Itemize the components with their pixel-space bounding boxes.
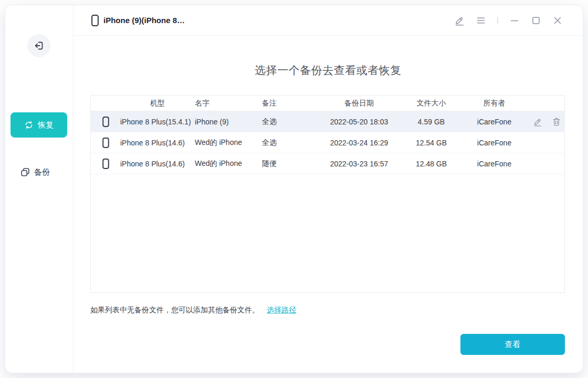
edit-icon[interactable]	[533, 117, 542, 127]
backup-owner: iCareFone	[459, 139, 530, 147]
content-area: 选择一个备份去查看或者恢复 机型 名字 备注 备份日期 文件大小 所有者	[74, 36, 583, 373]
backup-note: 全选	[262, 138, 314, 148]
copy-icon	[20, 167, 30, 177]
phone-icon	[91, 15, 99, 26]
column-header-date: 备份日期	[314, 99, 404, 108]
backup-name: iPhone (9)	[195, 118, 262, 126]
close-icon[interactable]	[552, 15, 563, 26]
main-panel: iPhone (9)(iPhone 8…	[74, 5, 583, 373]
phone-icon	[102, 138, 109, 148]
column-header-model: 机型	[120, 99, 195, 108]
backup-model: iPhone 8 Plus(14.6)	[120, 160, 195, 168]
backup-note: 随便	[262, 159, 314, 169]
minimize-icon[interactable]	[509, 15, 520, 26]
phone-icon	[102, 117, 109, 127]
sync-icon	[24, 120, 34, 130]
phone-icon	[102, 159, 109, 169]
back-button[interactable]	[27, 34, 50, 57]
exit-icon	[33, 40, 45, 51]
backup-date: 2022-03-23 16:57	[314, 160, 404, 168]
column-header-name: 名字	[195, 99, 262, 108]
column-header-size: 文件大小	[404, 99, 459, 108]
backup-name: Wed的 iPhone	[195, 159, 262, 169]
maximize-icon[interactable]	[531, 15, 541, 26]
titlebar-actions	[454, 15, 563, 26]
sidebar-item-restore[interactable]: 恢复	[10, 112, 67, 138]
empty-list-tip: 如果列表中无备份文件，您可以添加其他备份文件。 选择路径	[90, 306, 296, 315]
row-actions	[530, 117, 564, 127]
backup-date: 2022-05-20 18:03	[314, 118, 404, 126]
backup-owner: iCareFone	[459, 118, 530, 126]
sidebar-item-backup[interactable]: 备份	[20, 163, 50, 182]
backup-row[interactable]: iPhone 8 Plus(14.6) Wed的 iPhone 随便 2022-…	[91, 153, 564, 174]
view-button[interactable]: 查看	[460, 334, 565, 355]
column-header-note: 备注	[262, 99, 314, 108]
device-title: iPhone (9)(iPhone 8…	[91, 15, 185, 26]
backup-size: 12.54 GB	[404, 139, 459, 147]
backup-model: iPhone 8 Plus(15.4.1)	[120, 118, 195, 126]
page-title: 选择一个备份去查看或者恢复	[74, 63, 583, 78]
table-header: 机型 名字 备注 备份日期 文件大小 所有者	[91, 96, 564, 111]
tip-text: 如果列表中无备份文件，您可以添加其他备份文件。	[90, 306, 259, 315]
sidebar: 恢复 备份	[5, 5, 74, 373]
backup-table: 机型 名字 备注 备份日期 文件大小 所有者	[90, 95, 565, 293]
column-header-owner: 所有者	[459, 99, 530, 108]
device-title-text: iPhone (9)(iPhone 8…	[103, 16, 185, 25]
titlebar-divider	[497, 17, 498, 24]
backup-size: 12.48 GB	[404, 160, 459, 168]
backup-date: 2022-03-24 16:29	[314, 139, 404, 147]
desktop-background: 恢复 备份 iPhone (9)(iPhone 8…	[0, 0, 588, 378]
backup-note: 全选	[262, 117, 314, 127]
sidebar-item-label: 备份	[34, 167, 50, 177]
sidebar-item-label: 恢复	[38, 120, 54, 130]
backup-row[interactable]: iPhone 8 Plus(14.6) Wed的 iPhone 全选 2022-…	[91, 132, 564, 153]
titlebar: iPhone (9)(iPhone 8…	[74, 5, 583, 36]
app-window: 恢复 备份 iPhone (9)(iPhone 8…	[5, 5, 583, 373]
trash-icon[interactable]	[552, 117, 561, 127]
backup-model: iPhone 8 Plus(14.6)	[120, 139, 195, 147]
menu-icon[interactable]	[476, 15, 486, 26]
backup-name: Wed的 iPhone	[195, 138, 262, 148]
backup-owner: iCareFone	[459, 160, 530, 168]
choose-path-link[interactable]: 选择路径	[267, 306, 296, 315]
backup-size: 4.59 GB	[404, 118, 459, 126]
backup-row-selected[interactable]: iPhone 8 Plus(15.4.1) iPhone (9) 全选 2022…	[91, 111, 564, 132]
edit-icon[interactable]	[454, 15, 465, 26]
